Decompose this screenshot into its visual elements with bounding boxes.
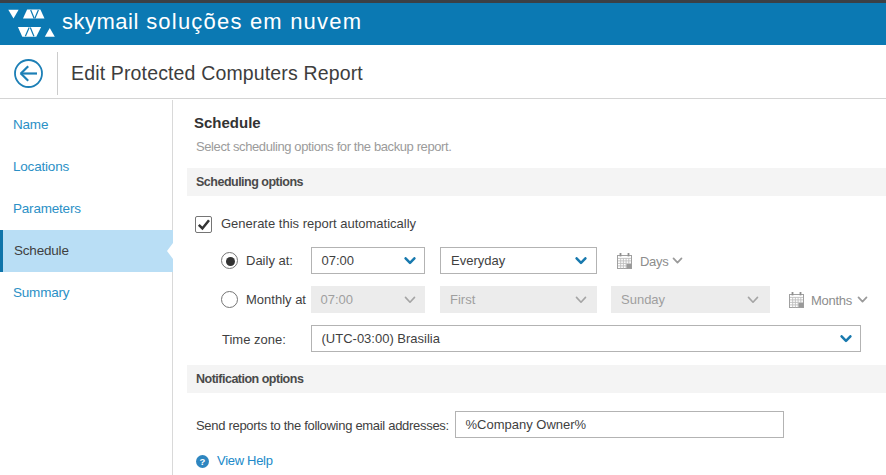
- svg-text:?: ?: [200, 456, 206, 467]
